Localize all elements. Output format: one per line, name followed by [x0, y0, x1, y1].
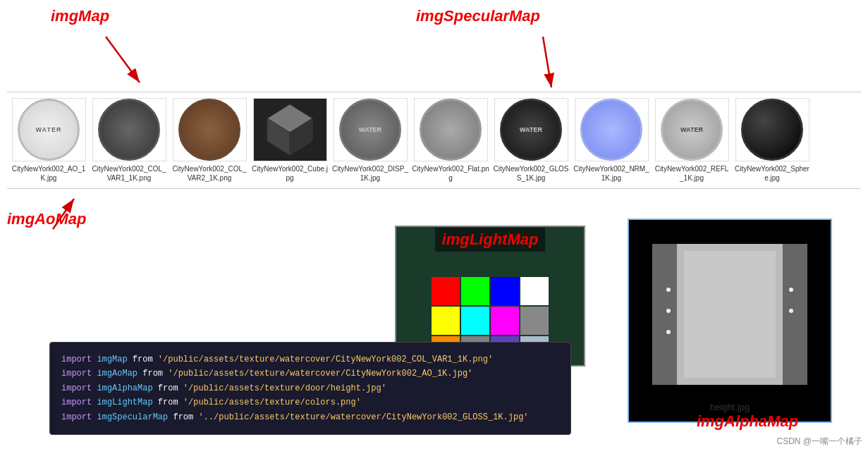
code-keyword-1: import	[61, 355, 92, 364]
code-path-2: '/public/assets/texture/watercover/CityN…	[168, 369, 472, 379]
list-item[interactable]: CityNewYork002_Sphere.jpg	[733, 98, 811, 183]
svg-point-17	[789, 288, 793, 292]
svg-line-3	[543, 37, 551, 87]
code-from-1: from	[133, 355, 153, 364]
code-path-4: '/public/assets/texture/colors.png'	[183, 398, 361, 407]
svg-point-18	[789, 309, 793, 313]
img-filename: CityNewYork002_NRM_1K.jpg	[573, 164, 650, 183]
img-filename: CityNewYork002_Flat.png	[412, 164, 489, 183]
list-item[interactable]: WATER CityNewYork002_DISP_1K.jpg	[331, 98, 409, 183]
svg-line-1	[106, 37, 140, 82]
image-strip: WATER CityNewYork002_AO_1K.jpg CityNewYo…	[7, 92, 861, 189]
imgalphamap-label: imgAlphaMap	[656, 412, 839, 431]
imgspecularmap-arrow-icon	[522, 30, 578, 100]
img-filename: CityNewYork002_COL_VAR1_1K.png	[90, 164, 168, 183]
imgspecularmap-label: imgSpecularMap	[416, 7, 540, 25]
code-keyword-4: import	[61, 398, 92, 407]
img-filename: CityNewYork002_REFL_1K.jpg	[653, 164, 731, 183]
list-item[interactable]: CityNewYork002_COL_VAR2_1K.png	[171, 98, 248, 183]
svg-point-15	[666, 309, 671, 313]
code-var-3: imgAlphaMap	[97, 383, 152, 393]
code-block: import imgMap from '/public/assets/textu…	[49, 342, 571, 435]
code-path-1: '/public/assets/texture/watercover/CityN…	[158, 355, 493, 364]
alphamap-box: height.jpg	[628, 219, 832, 423]
code-var-1: imgMap	[97, 355, 127, 364]
code-keyword-5: import	[61, 412, 92, 422]
list-item[interactable]: CityNewYork002_NRM_1K.jpg	[573, 98, 650, 183]
height-image	[635, 230, 825, 399]
imglightmap-label: imgLightMap	[435, 228, 546, 252]
img-filename: CityNewYork002_Sphere.jpg	[733, 164, 811, 183]
svg-rect-13	[684, 251, 776, 378]
list-item[interactable]: CityNewYork002_Flat.png	[412, 98, 489, 183]
code-from-4: from	[158, 398, 178, 407]
img-filename: CityNewYork002_GLOSS_1K.jpg	[492, 164, 570, 183]
imgmap-arrow-icon	[85, 30, 155, 100]
code-keyword-3: import	[61, 383, 92, 393]
code-path-5: '../public/assets/texture/watercover/Cit…	[198, 412, 528, 422]
height-label: height.jpg	[710, 402, 750, 412]
img-filename: CityNewYork002_AO_1K.jpg	[10, 164, 87, 183]
code-from-2: from	[142, 369, 163, 379]
code-from-5: from	[173, 412, 193, 422]
imgaomap-arrow-icon	[39, 190, 81, 233]
svg-point-16	[666, 330, 671, 334]
code-var-4: imgLightMap	[97, 398, 152, 407]
code-from-3: from	[158, 383, 178, 393]
img-filename: CityNewYork002_Cube.jpg	[251, 164, 329, 183]
code-path-3: '/public/assets/texture/door/height.jpg'	[183, 383, 386, 393]
svg-point-14	[666, 288, 671, 292]
list-item[interactable]: CityNewYork002_COL_VAR1_1K.png	[90, 98, 168, 183]
imgmap-label: imgMap	[51, 7, 109, 25]
img-filename: CityNewYork002_COL_VAR2_1K.png	[171, 164, 248, 183]
svg-line-5	[53, 199, 74, 229]
img-filename: CityNewYork002_DISP_1K.jpg	[331, 164, 409, 183]
list-item[interactable]: WATER CityNewYork002_AO_1K.jpg	[10, 98, 87, 183]
code-var-5: imgSpecularMap	[97, 412, 168, 422]
watermark: CSDN @一嘴一个橘子	[776, 436, 862, 448]
list-item[interactable]: WATER CityNewYork002_GLOSS_1K.jpg	[492, 98, 570, 183]
list-item[interactable]: WATER CityNewYork002_REFL_1K.jpg	[653, 98, 731, 183]
code-var-2: imgAoMap	[97, 369, 137, 379]
code-keyword-2: import	[61, 369, 92, 379]
list-item[interactable]: CityNewYork002_Cube.jpg	[251, 98, 329, 183]
